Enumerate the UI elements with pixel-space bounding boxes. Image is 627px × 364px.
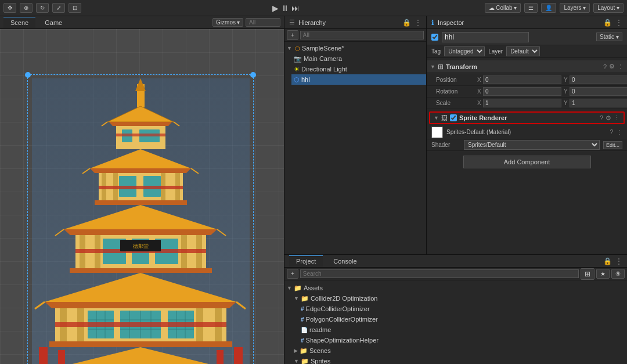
transform-header[interactable]: ▼ ⊞ Transform ? ⚙ ⋮ [427,60,627,73]
rotation-x-field: X [477,87,561,96]
tool-rect[interactable]: ⊡ [69,3,81,13]
project-num-btn[interactable]: ⑨ [611,269,625,279]
collab-btn[interactable]: ☁ Collab ▾ [485,3,521,13]
edge-collider-label: EdgeColliderOptimizer [306,305,370,312]
inspector-dots-icon[interactable]: ⋮ [615,19,622,27]
scale-label: Scale [436,100,474,106]
material-help-icon[interactable]: ? [610,129,613,135]
scale-y-field: Y [564,99,627,107]
tab-game[interactable]: Game [38,17,69,28]
account-btn[interactable]: 👤 [541,3,556,13]
hierarchy-search-input[interactable] [300,31,424,39]
proj-item-scenes[interactable]: ▶ 📁 Scenes [291,345,627,356]
tool-move[interactable]: ⊕ [20,3,33,13]
static-badge[interactable]: Static ▾ [596,33,622,41]
rotation-y-input[interactable] [570,87,627,96]
project-filter-btn[interactable]: ⊞ [581,268,594,280]
svg-marker-43 [45,302,236,308]
hier-item-directional-light[interactable]: ☀ Directional Light [291,64,426,74]
shader-edit-button[interactable]: Edit... [603,141,622,149]
sy-label: Y [564,100,568,106]
project-star-btn[interactable]: ★ [596,269,610,279]
static-label: Static [600,34,614,40]
transform-dots-icon[interactable]: ⋮ [617,63,624,70]
tool-rotate[interactable]: ↻ [36,3,49,13]
project-lock-icon[interactable]: 🔒 [603,257,612,265]
position-x-field: X [477,75,561,84]
svg-rect-77 [217,350,224,364]
inspector-lock-icon[interactable]: 🔒 [603,19,612,27]
assets-label: Assets [304,284,323,291]
sprite-renderer-expand-icon: ▼ [434,115,439,121]
hierarchy-lock-icon[interactable]: 🔒 [402,19,411,27]
scale-x-input[interactable] [483,99,561,107]
rotation-label: Rotation [436,88,474,95]
proj-item-shape-optimizer[interactable]: # ShapeOptimizationHelper [298,335,627,345]
sprite-renderer-settings-icon[interactable]: ⚙ [606,114,611,122]
project-panel-header: Project Console 🔒 ⋮ [284,255,627,268]
scene-canvas[interactable]: 德鄰堂 [0,29,284,364]
rotation-row: Rotation X Y Z [427,86,627,98]
tab-scene[interactable]: Scene [3,17,35,28]
svg-rect-67 [55,322,226,327]
pagoda-illustration: 德鄰堂 [32,78,250,364]
sprite-renderer-header[interactable]: ▼ 🖼 Sprite Renderer ? ⚙ ⋮ [429,111,625,124]
layer-select[interactable]: Default [506,46,540,56]
layer-label: Layer [488,48,503,55]
top-panels: ☰ Hierarchy 🔒 ⋮ + ▼ ⬡ SampleScene* [284,16,627,254]
services-btn[interactable]: ☰ [524,3,538,13]
hierarchy-icon: ☰ [289,19,295,26]
shape-cs-icon: # [301,337,304,344]
add-component-button[interactable]: Add Component [463,156,591,168]
proj-item-readme[interactable]: 📄 readme [298,325,627,335]
tab-console[interactable]: Console [326,256,363,266]
hierarchy-dots-icon[interactable]: ⋮ [415,19,421,27]
game-tab-label: Game [45,19,62,26]
hier-item-main-camera[interactable]: 📷 Main Camera [291,53,426,64]
sprite-renderer-icon: 🖼 [441,114,448,121]
obj-active-checkbox[interactable] [431,34,438,41]
proj-item-edge-collider[interactable]: # EdgeColliderOptimizer [298,304,627,314]
project-search-input[interactable] [300,269,579,278]
gizmos-button[interactable]: Gizmos ▾ [212,18,243,27]
layers-btn[interactable]: Layers ▾ [560,3,590,13]
project-add-btn[interactable]: + [287,269,298,279]
hierarchy-add-btn[interactable]: + [287,30,298,40]
svg-rect-41 [70,268,212,273]
hier-hhl-label: hhl [301,76,310,83]
sx-label: X [477,100,482,106]
transform-settings-icon[interactable]: ⚙ [609,63,615,70]
tag-select[interactable]: Untagged [444,46,485,56]
rotation-y-field: Y [564,87,627,96]
scale-y-input[interactable] [570,99,627,107]
scene-search-input[interactable] [246,18,280,27]
tool-scale[interactable]: ⤢ [52,3,65,13]
tab-project[interactable]: Project [289,255,323,266]
proj-item-sprites-folder[interactable]: ▼ 📁 Sprites [291,356,627,364]
sprite-renderer-checkbox[interactable] [450,114,457,121]
unity-logo: ▶ ⏸ ⏭ [272,3,300,13]
project-dots-icon[interactable]: ⋮ [615,257,622,265]
static-arrow-icon: ▾ [616,34,619,40]
sprite-renderer-title: Sprite Renderer [459,114,597,121]
sprites-folder-icon: 📁 [301,358,309,365]
position-x-input[interactable] [483,75,561,84]
rotation-x-input[interactable] [483,87,561,96]
hier-item-hhl[interactable]: ⬡ hhl [291,74,426,85]
proj-item-assets[interactable]: ▼ 📁 Assets [284,283,627,293]
proj-item-collider2d[interactable]: ▼ 📁 Collider2D Optimization [291,293,627,304]
proj-item-polygon-collider[interactable]: # PolygonColliderOptimizer [298,314,627,325]
console-tab-label: Console [333,258,356,265]
shader-row: Shader Sprites/Default Edit... [427,139,627,151]
hier-item-scene[interactable]: ▼ ⬡ SampleScene* [284,43,426,53]
shader-select[interactable]: Sprites/Default [464,140,600,150]
sprite-renderer-dots-icon[interactable]: ⋮ [614,114,620,122]
layout-btn[interactable]: Layout ▾ [593,3,624,13]
transform-help-icon[interactable]: ? [603,63,607,70]
tool-hand[interactable]: ✥ [3,3,16,13]
obj-name-input[interactable] [442,32,529,42]
material-dots-icon[interactable]: ⋮ [617,129,622,135]
sprite-renderer-help-icon[interactable]: ? [600,114,603,121]
position-row: Position X Y Z [427,74,627,86]
position-y-input[interactable] [570,75,627,84]
